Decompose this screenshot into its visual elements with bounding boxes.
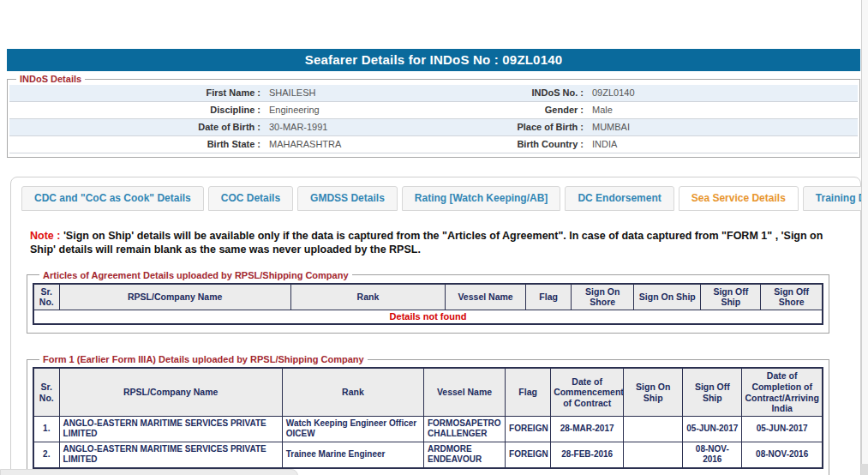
col-flag: Flag [506, 368, 551, 416]
discipline-label: Discipline : [9, 102, 260, 118]
tab-training-details[interactable]: Training Details [803, 186, 868, 211]
tab-bar: CDC and "CoC as Cook" Details COC Detail… [21, 186, 850, 211]
articles-of-agreement-fieldset: Articles of Agreement Details uploaded b… [27, 270, 829, 334]
cell-flag: FOREIGN [506, 442, 551, 468]
col-rank: Rank [290, 284, 445, 310]
col-sign-off-ship: Sign Off Ship [701, 284, 761, 310]
col-rpsl-company-name: RPSL/Company Name [59, 284, 290, 310]
col-sr-no: Sr. No. [33, 284, 59, 310]
place-of-birth-label: Place of Birth : [492, 119, 584, 135]
cell-commencement-date: 28-FEB-2016 [551, 442, 624, 468]
indos-row-1: First Name : SHAILESH INDoS No. : 09ZL01… [9, 85, 858, 102]
cell-completion-date: 08-NOV-2016 [742, 442, 823, 468]
note-prefix: Note : [30, 230, 60, 242]
indos-row-3: Date of Birth : 30-MAR-1991 Place of Bir… [9, 119, 858, 136]
cell-flag: FOREIGN [506, 416, 551, 442]
form1-legend: Form 1 (Earlier Form IIIA) Details uploa… [39, 354, 368, 364]
indos-no-value: 09ZL0140 [584, 85, 858, 101]
col-sign-off-shore: Sign Off Shore [761, 284, 823, 310]
cell-vessel: ARDMORE ENDEAVOUR [423, 442, 505, 468]
date-of-birth-label: Date of Birth : [9, 119, 260, 135]
place-of-birth-value: MUMBAI [584, 119, 858, 135]
col-flag: Flag [526, 284, 572, 310]
cell-sr-no: 2. [33, 442, 59, 468]
cell-company: ANGLO-EASTERN MARITIME SERVICES PRIVATE … [59, 442, 282, 468]
gender-value: Male [584, 102, 858, 118]
birth-country-label: Birth Country : [492, 136, 584, 153]
discipline-value: Engineering [260, 102, 492, 118]
col-sign-on-ship: Sign On Ship [624, 368, 683, 416]
indos-row-4: Birth State : MAHARASHTRA Birth Country … [9, 136, 858, 153]
cell-sr-no: 1. [33, 416, 59, 442]
first-name-label: First Name : [9, 85, 260, 101]
first-name-value: SHAILESH [260, 85, 492, 101]
indos-details-legend: INDoS Details [16, 74, 85, 84]
indos-row-2: Discipline : Engineering Gender : Male [9, 102, 858, 119]
cell-sign-on-ship [624, 416, 683, 442]
col-rpsl-company-name: RPSL/Company Name [59, 368, 282, 416]
col-sign-on-shore: Sign On Shore [572, 284, 634, 310]
col-date-of-commencement: Date of Commencement of Contract [551, 368, 624, 416]
indos-details-fieldset: INDoS Details First Name : SHAILESH INDo… [7, 74, 860, 158]
articles-legend: Articles of Agreement Details uploaded b… [39, 270, 352, 280]
col-rank: Rank [282, 368, 423, 416]
birth-state-value: MAHARASHTRA [260, 136, 492, 153]
articles-table: Sr. No. RPSL/Company Name Rank Vessel Na… [33, 283, 823, 326]
vertical-scrollbar[interactable] [861, 0, 868, 475]
form1-fieldset: Form 1 (Earlier Form IIIA) Details uploa… [27, 354, 829, 475]
tab-cdc-coc-as-cook-details[interactable]: CDC and "CoC as Cook" Details [21, 186, 204, 211]
cell-sign-off-ship: 05-JUN-2017 [683, 416, 742, 442]
page-title: Seafarer Details for INDoS No : 09ZL0140 [305, 52, 563, 67]
col-vessel-name: Vessel Name [423, 368, 505, 416]
col-sign-on-ship: Sign On Ship [634, 284, 701, 310]
tab-dc-endorsement[interactable]: DC Endorsement [565, 186, 673, 211]
page-title-bar: Seafarer Details for INDoS No : 09ZL0140 [7, 49, 860, 71]
cell-sign-off-ship: 08-NOV-2016 [683, 442, 742, 468]
tab-sea-service-details[interactable]: Sea Service Details [679, 186, 799, 211]
cell-sign-on-ship [624, 442, 683, 468]
table-row: 2. ANGLO-EASTERN MARITIME SERVICES PRIVA… [33, 442, 823, 468]
tab-rating-watch-keeping-ab[interactable]: Rating [Watch Keeping/AB] [402, 186, 561, 211]
cell-rank: Watch Keeping Engineer Officer OICEW [282, 416, 423, 442]
date-of-birth-value: 30-MAR-1991 [260, 119, 492, 135]
birth-state-label: Birth State : [9, 136, 260, 153]
partial-panel-edge [0, 469, 298, 475]
details-not-found-message: Details not found [33, 310, 823, 324]
cell-vessel: FORMOSAPETRO CHALLENGER [423, 416, 505, 442]
tab-coc-details[interactable]: COC Details [208, 186, 293, 211]
note-text: 'Sign on Ship' details will be available… [30, 230, 823, 256]
col-vessel-name: Vessel Name [446, 284, 526, 310]
indos-no-label: INDoS No. : [492, 85, 584, 101]
form1-table: Sr. No. RPSL/Company Name Rank Vessel Na… [33, 367, 823, 468]
cell-commencement-date: 28-MAR-2017 [551, 416, 624, 442]
scrollbar-corner [861, 464, 868, 475]
form1-header-row: Sr. No. RPSL/Company Name Rank Vessel Na… [33, 368, 823, 416]
note: Note : 'Sign on Ship' details will be av… [30, 229, 848, 257]
cell-completion-date: 05-JUN-2017 [742, 416, 823, 442]
cell-company: ANGLO-EASTERN MARITIME SERVICES PRIVATE … [59, 416, 282, 442]
gender-label: Gender : [492, 102, 584, 118]
sea-service-tab-panel: CDC and "CoC as Cook" Details COC Detail… [10, 177, 861, 475]
table-row: 1. ANGLO-EASTERN MARITIME SERVICES PRIVA… [33, 416, 823, 442]
tab-gmdss-details[interactable]: GMDSS Details [297, 186, 398, 211]
col-sign-off-ship: Sign Off Ship [683, 368, 742, 416]
cell-rank: Trainee Marine Engineer [282, 442, 423, 468]
birth-country-value: INDIA [584, 136, 858, 153]
col-sr-no: Sr. No. [33, 368, 59, 416]
articles-empty-row: Details not found [33, 310, 823, 324]
col-date-of-completion: Date of Completion of Contract/Arriving … [742, 368, 823, 416]
articles-header-row: Sr. No. RPSL/Company Name Rank Vessel Na… [33, 284, 823, 310]
